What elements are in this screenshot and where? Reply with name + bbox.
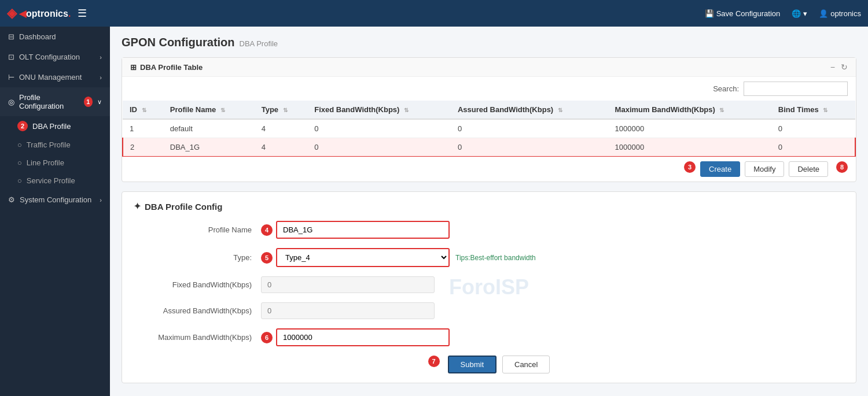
assured-bw-label: Assured BandWidth(Kbps) [134,306,261,315]
sidebar: ⊟ Dashboard ⊡ OLT Configuration › ⊢ ONU … [0,27,110,396]
table-body: 1 default 4 0 0 1000000 0 2 DBA_1G 4 0 0… [123,119,855,157]
cell-type: 4 [255,138,307,157]
cell-max-bw: 1000000 [608,138,771,157]
form-buttons: 7 Submit Cancel [134,356,844,373]
sidebar-item-olt[interactable]: ⊡ OLT Configuration › [0,47,110,67]
user-label: optronics [830,9,861,18]
fixed-bw-label: Fixed BandWidth(Kbps) [134,280,261,289]
form-section: ✦ DBA Profile Config Profile Name 4 Type… [122,192,856,383]
table-actions: 3 Create Modify Delete 8 [122,157,856,182]
logo-text: ◀optronics. [19,8,71,19]
fixed-bw-input [261,276,435,293]
sidebar-item-service-profile[interactable]: ○ Service Profile [0,172,110,190]
sidebar-dba-label: DBA Profile [32,122,71,131]
sidebar-system-label: System Configuration [20,195,91,204]
cell-type: 4 [255,119,307,138]
fixed-bw-row: Fixed BandWidth(Kbps) [134,276,844,293]
chevron-right-icon-sys: › [100,197,102,203]
cell-assured-bw: 0 [451,138,608,157]
search-input[interactable] [744,82,848,96]
col-bind-times: Bind Times ⇅ [771,101,855,119]
cell-profile-name: DBA_1G [163,138,255,157]
profile-badge: 1 [84,97,93,107]
col-fixed-bw: Fixed BandWidth(Kbps) ⇅ [307,101,451,119]
col-max-bw: Maximum BandWidth(Kbps) ⇅ [608,101,771,119]
circle-icon-traffic: ○ [17,140,22,149]
dashboard-icon: ⊟ [8,32,14,41]
user-menu[interactable]: 👤 optronics [819,9,861,18]
sidebar-item-onu[interactable]: ⊢ ONU Management › [0,67,110,87]
dba-table-card: ⊞ DBA Profile Table − ↻ Search: ID ⇅ P [122,57,856,182]
page-header: GPON Configuration DBA Profile [122,36,856,49]
sort-icon-fixed: ⇅ [404,107,409,113]
sidebar-item-system-config[interactable]: ⚙ System Configuration › [0,190,110,210]
table-row[interactable]: 1 default 4 0 0 1000000 0 [123,119,855,138]
content-area: GPON Configuration DBA Profile ⊞ DBA Pro… [110,27,868,396]
max-bw-label: Maximum BandWidth(Kbps) [134,333,261,342]
profile-name-input[interactable] [276,221,450,239]
onu-icon: ⊢ [8,73,14,82]
save-config-label: Save Configuration [716,9,781,18]
logo-icon: ◈ [7,6,17,21]
minimize-icon[interactable]: − [830,62,835,72]
cancel-button[interactable]: Cancel [502,356,550,373]
submit-button[interactable]: Submit [448,356,496,373]
save-config-button[interactable]: 💾 Save Configuration [705,9,781,18]
type-select[interactable]: Type_1Type_2Type_3Type_4 [276,248,450,267]
sys-icon: ⚙ [8,195,15,204]
modify-button[interactable]: Modify [745,161,784,177]
create-button[interactable]: Create [700,161,740,177]
cell-bind-times: 0 [771,119,855,138]
config-icon: ✦ [134,201,141,212]
table-toolbar: Search: [122,77,856,101]
dba-badge: 2 [17,121,28,131]
table-header-row: ID ⇅ Profile Name ⇅ Type ⇅ Fixed BandWid… [123,101,855,119]
card-header: ⊞ DBA Profile Table − ↻ [122,58,856,77]
chevron-right-icon: › [100,54,102,61]
profile-name-row: Profile Name 4 [134,221,844,239]
step-badge-3: 3 [684,161,696,173]
hamburger-button[interactable]: ☰ [78,7,87,20]
refresh-icon[interactable]: ↻ [841,62,848,72]
max-bw-input[interactable] [276,328,450,346]
col-assured-bw: Assured BandWidth(Kbps) ⇅ [451,101,608,119]
sort-icon-id: ⇅ [142,107,146,113]
card-header-controls: − ↻ [830,62,848,72]
config-title: DBA Profile Config [145,202,222,212]
sort-icon-max: ⇅ [719,107,724,113]
sidebar-item-olt-label: OLT Configuration [19,53,80,61]
save-icon: 💾 [705,9,714,18]
dba-table: ID ⇅ Profile Name ⇅ Type ⇅ Fixed BandWid… [122,101,856,157]
sidebar-item-dba-profile[interactable]: 2 DBA Profile [0,116,110,136]
page-subtitle: DBA Profile [240,39,278,48]
profile-name-label: Profile Name [134,225,261,234]
grid-icon: ⊞ [130,63,137,72]
chevron-down-icon: ▾ [803,9,807,18]
table-row[interactable]: 2 DBA_1G 4 0 0 1000000 0 [123,138,855,157]
sidebar-service-label: Service Profile [27,176,75,185]
type-hint: Tips:Best-effort bandwidth [455,254,536,262]
type-row: Type: 5 Type_1Type_2Type_3Type_4 Tips:Be… [134,248,844,267]
olt-icon: ⊡ [8,53,14,61]
sidebar-item-traffic-profile[interactable]: ○ Traffic Profile [0,136,110,154]
assured-bw-input [261,302,435,319]
cell-max-bw: 1000000 [608,119,771,138]
form-section-title: ✦ DBA Profile Config [134,201,844,212]
navbar-left: ◈ ◀optronics. ☰ [7,6,87,21]
globe-icon: 🌐 [792,9,801,18]
assured-bw-row: Assured BandWidth(Kbps) [134,302,844,319]
language-button[interactable]: 🌐 ▾ [792,9,807,18]
navbar: ◈ ◀optronics. ☰ 💾 Save Configuration 🌐 ▾… [0,0,868,27]
logo: ◈ ◀optronics. [7,6,71,21]
cell-assured-bw: 0 [451,119,608,138]
sidebar-item-line-profile[interactable]: ○ Line Profile [0,154,110,172]
sidebar-item-profile[interactable]: ◎ Profile Configuration 1 ∨ [0,87,110,116]
sidebar-line-label: Line Profile [27,158,64,167]
cell-profile-name: default [163,119,255,138]
dba-config-card: ForoISP ✦ DBA Profile Config Profile Nam… [122,191,856,383]
navbar-right: 💾 Save Configuration 🌐 ▾ 👤 optronics [705,9,861,18]
delete-button[interactable]: Delete [789,161,828,177]
circle-icon-service: ○ [17,176,22,185]
sidebar-item-dashboard[interactable]: ⊟ Dashboard [0,27,110,47]
step-badge-4: 4 [261,224,273,236]
